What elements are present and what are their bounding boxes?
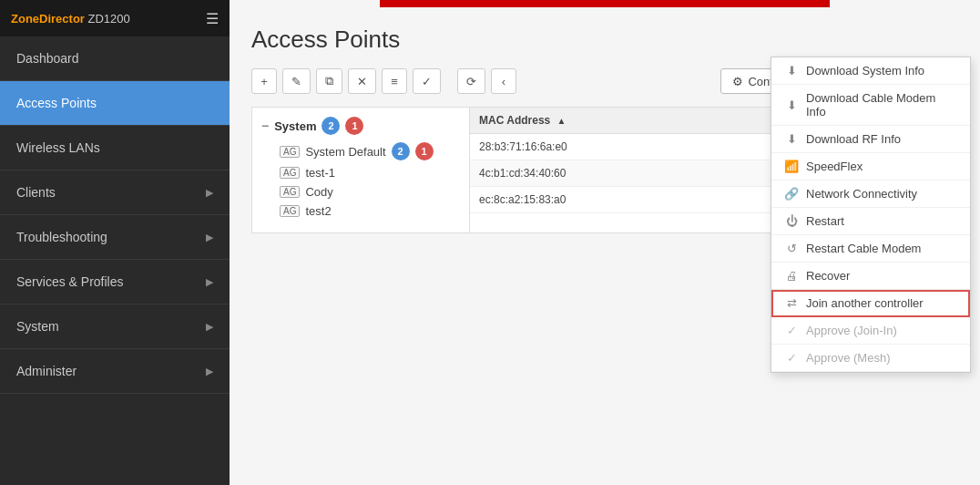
sidebar-item-label: Clients bbox=[16, 185, 56, 200]
download-icon: ⬇ bbox=[784, 132, 799, 146]
sidebar-nav: Dashboard Access Points Wireless LANs Cl… bbox=[0, 36, 230, 485]
tree-item-test1[interactable]: AG test-1 bbox=[280, 166, 460, 180]
badge-blue: 2 bbox=[322, 117, 340, 135]
sidebar-item-administer[interactable]: Administer ▶ bbox=[0, 349, 230, 394]
dropdown-item-download-cable-modem-info[interactable]: ⬇ Download Cable Modem Info bbox=[771, 85, 970, 126]
main-content: Access Points + ✎ ⧉ ✕ ≡ ✓ ⟳ ‹ ⚙ Configur… bbox=[230, 0, 980, 485]
dropdown-item-label: SpeedFlex bbox=[806, 160, 863, 173]
back-button[interactable]: ‹ bbox=[491, 68, 516, 94]
sidebar-brand: ZoneDirector ZD1200 bbox=[11, 12, 130, 26]
ag-tag: AG bbox=[280, 146, 300, 158]
download-icon: ⬇ bbox=[784, 98, 799, 112]
sidebar-header: ZoneDirector ZD1200 ☰ bbox=[0, 0, 230, 36]
dropdown-item-label: Restart Cable Modem bbox=[806, 242, 921, 255]
dropdown-item-approve-join-in: ✓ Approve (Join-In) bbox=[771, 317, 970, 345]
dropdown-item-label: Download System Info bbox=[806, 64, 924, 77]
sidebar-item-label: Access Points bbox=[16, 96, 97, 110]
network-icon: 🔗 bbox=[784, 187, 799, 201]
sidebar-item-system[interactable]: System ▶ bbox=[0, 304, 230, 349]
brand-model: ZD1200 bbox=[88, 12, 130, 26]
sidebar-item-wireless-lans[interactable]: Wireless LANs bbox=[0, 126, 230, 170]
tree-item-label: System Default bbox=[305, 145, 385, 159]
dropdown-item-label: Download Cable Modem Info bbox=[806, 91, 957, 119]
chevron-right-icon: ▶ bbox=[206, 187, 213, 199]
dropdown-item-download-rf-info[interactable]: ⬇ Download RF Info bbox=[771, 126, 970, 153]
dropdown-item-speedflex[interactable]: 📶 SpeedFlex bbox=[771, 153, 970, 181]
tree-item-label: test2 bbox=[305, 204, 331, 218]
refresh-button[interactable]: ⟳ bbox=[457, 68, 485, 94]
tree-item-label: test-1 bbox=[305, 166, 335, 180]
delete-button[interactable]: ✕ bbox=[348, 68, 376, 94]
tree-item-system-default[interactable]: AG System Default 2 1 bbox=[280, 142, 460, 160]
badge-red: 1 bbox=[415, 142, 434, 160]
sidebar-item-label: Services & Profiles bbox=[16, 274, 123, 289]
cell-mac: ec:8c:a2:15:83:a0 bbox=[470, 187, 792, 213]
dropdown-item-label: Approve (Join-In) bbox=[806, 324, 897, 337]
dropdown-item-label: Join another controller bbox=[806, 296, 924, 310]
restart-icon: ⏻ bbox=[784, 214, 799, 228]
check-icon: ✓ bbox=[784, 351, 799, 365]
sidebar-item-services-profiles[interactable]: Services & Profiles ▶ bbox=[0, 260, 230, 304]
dropdown-item-label: Network Connectivity bbox=[806, 187, 917, 201]
tree-panel: − System 2 1 AG System Default 2 1 AG te… bbox=[251, 107, 470, 233]
dropdown-item-network-connectivity[interactable]: 🔗 Network Connectivity bbox=[771, 181, 970, 208]
dropdown-item-label: Recover bbox=[806, 269, 850, 283]
brand-name: ZoneDirector bbox=[11, 12, 85, 26]
ag-tag: AG bbox=[280, 186, 300, 198]
configure-icon: ⚙ bbox=[732, 75, 743, 88]
sidebar-item-troubleshooting[interactable]: Troubleshooting ▶ bbox=[0, 215, 230, 260]
dropdown-item-restart-cable-modem[interactable]: ↺ Restart Cable Modem bbox=[771, 235, 970, 263]
grid-button[interactable]: ≡ bbox=[382, 68, 407, 94]
edit-button[interactable]: ✎ bbox=[282, 68, 311, 94]
sidebar: ZoneDirector ZD1200 ☰ Dashboard Access P… bbox=[0, 0, 230, 485]
dropdown-item-download-system-info[interactable]: ⬇ Download System Info bbox=[771, 57, 970, 85]
sidebar-item-label: Troubleshooting bbox=[16, 230, 107, 244]
col-mac-address[interactable]: MAC Address ▲ bbox=[470, 108, 792, 134]
download-icon: ⬇ bbox=[784, 64, 799, 77]
ag-tag: AG bbox=[280, 205, 300, 217]
ag-tag: AG bbox=[280, 167, 300, 179]
chevron-right-icon: ▶ bbox=[206, 232, 213, 243]
cell-mac: 4c:b1:cd:34:40:60 bbox=[470, 160, 792, 187]
dropdown-item-approve-mesh: ✓ Approve (Mesh) bbox=[771, 345, 970, 372]
sort-icon: ▲ bbox=[557, 116, 567, 126]
tree-children: AG System Default 2 1 AG test-1 AG Cody bbox=[261, 142, 460, 218]
page-title: Access Points bbox=[251, 26, 958, 54]
sidebar-item-clients[interactable]: Clients ▶ bbox=[0, 170, 230, 215]
dropdown-item-restart[interactable]: ⏻ Restart bbox=[771, 208, 970, 235]
top-bar-decoration bbox=[380, 0, 830, 7]
dropdown-item-label: Download RF Info bbox=[806, 132, 901, 146]
recover-icon: 🖨 bbox=[784, 269, 799, 283]
dropdown-item-label: Restart bbox=[806, 214, 844, 228]
sidebar-item-access-points[interactable]: Access Points bbox=[0, 81, 230, 126]
add-button[interactable]: + bbox=[251, 68, 277, 94]
copy-button[interactable]: ⧉ bbox=[316, 68, 342, 94]
dropdown-item-label: Approve (Mesh) bbox=[806, 351, 890, 365]
menu-icon[interactable]: ☰ bbox=[206, 10, 219, 27]
badge-blue: 2 bbox=[392, 142, 410, 160]
chevron-right-icon: ▶ bbox=[206, 321, 213, 333]
sidebar-item-label: System bbox=[16, 319, 59, 334]
tree-collapse-icon[interactable]: − bbox=[261, 119, 269, 133]
tree-item-label: Cody bbox=[305, 185, 332, 199]
tree-root: − System 2 1 bbox=[261, 117, 460, 135]
dropdown-item-recover[interactable]: 🖨 Recover bbox=[771, 263, 970, 290]
chevron-right-icon: ▶ bbox=[206, 276, 213, 288]
sidebar-item-dashboard[interactable]: Dashboard bbox=[0, 36, 230, 81]
tree-root-label: System bbox=[274, 119, 316, 133]
join-controller-icon: ⇄ bbox=[784, 296, 799, 310]
more-dropdown-menu: ⬇ Download System Info ⬇ Download Cable … bbox=[771, 57, 971, 373]
sidebar-item-label: Dashboard bbox=[16, 51, 79, 66]
check-icon: ✓ bbox=[784, 324, 799, 337]
dropdown-item-join-another-controller[interactable]: ⇄ Join another controller bbox=[771, 290, 970, 317]
sidebar-item-label: Administer bbox=[16, 364, 77, 378]
restart-cable-icon: ↺ bbox=[784, 242, 799, 255]
badge-red: 1 bbox=[345, 117, 363, 135]
tree-item-test2[interactable]: AG test2 bbox=[280, 204, 460, 218]
speedflex-icon: 📶 bbox=[784, 160, 799, 173]
check-button[interactable]: ✓ bbox=[413, 68, 441, 94]
sidebar-item-label: Wireless LANs bbox=[16, 140, 100, 155]
chevron-right-icon: ▶ bbox=[206, 366, 213, 377]
content-area: Access Points + ✎ ⧉ ✕ ≡ ✓ ⟳ ‹ ⚙ Configur… bbox=[230, 7, 980, 252]
tree-item-cody[interactable]: AG Cody bbox=[280, 185, 460, 199]
